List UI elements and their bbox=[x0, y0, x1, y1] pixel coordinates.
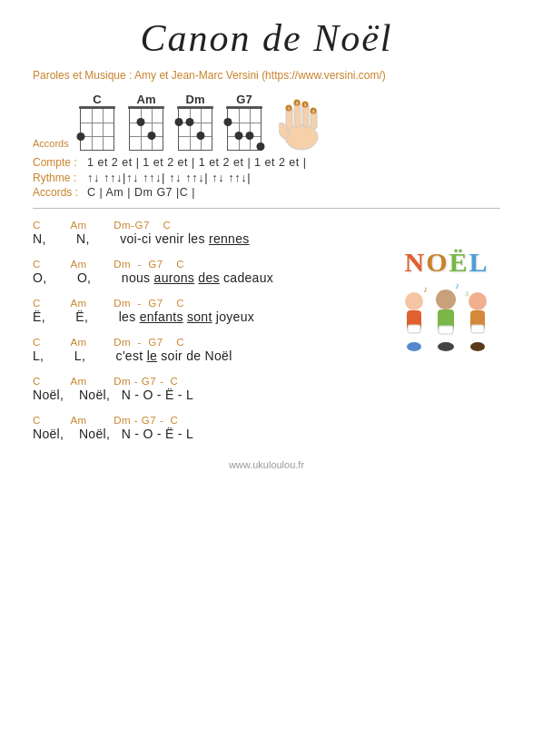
verse-6: C Am Dm - G7 - C Noël, Noël, N - O - Ë -… bbox=[33, 415, 500, 441]
verses-section: N O Ë L bbox=[33, 220, 500, 441]
chord-dm: Dm bbox=[178, 93, 212, 151]
verse-1-chords: C Am Dm-G7 C bbox=[33, 220, 500, 231]
verse-3-chords: C Am Dm - G7 C bbox=[33, 298, 500, 309]
footer: www.ukuloulou.fr bbox=[33, 459, 500, 470]
page-title: Canon de Noël bbox=[33, 16, 500, 60]
verse-5-chords: C Am Dm - G7 - C bbox=[33, 376, 500, 387]
chord-am: Am bbox=[129, 93, 163, 151]
verse-2-chords: C Am Dm - G7 C bbox=[33, 259, 500, 270]
verse-3-lyrics: Ë, Ë, les enfants sont joyeux bbox=[33, 309, 500, 324]
verse-4: C Am Dm - G7 C L, L, c'est le soir de No… bbox=[33, 337, 500, 363]
verse-2-lyrics: O, O, nous aurons des cadeaux bbox=[33, 270, 500, 285]
hand-diagram: 1 2 3 4 bbox=[276, 96, 326, 151]
section-divider bbox=[33, 208, 500, 209]
rythme-value: ↑↓ ↑↑↓|↑↓ ↑↑↓| ↑↓ ↑↑↓| ↑↓ ↑↑↓| bbox=[87, 171, 251, 184]
chord-c: C bbox=[80, 93, 114, 151]
accords-label: Accords bbox=[33, 138, 69, 149]
verse-2: C Am Dm - G7 C O, O, nous aurons des cad… bbox=[33, 259, 500, 285]
compte-label: Compte : bbox=[33, 156, 87, 169]
verse-4-lyrics: L, L, c'est le soir de Noël bbox=[33, 349, 500, 363]
verse-1: C Am Dm-G7 C N, N, voi-ci venir les renn… bbox=[33, 220, 500, 246]
rythme-label: Rythme : bbox=[33, 172, 87, 184]
svg-text:♫: ♫ bbox=[464, 290, 469, 298]
compte-value: 1 et 2 et | 1 et 2 et | 1 et 2 et | 1 et… bbox=[87, 156, 307, 169]
svg-rect-25 bbox=[471, 325, 484, 333]
chord-g7: G7 bbox=[227, 93, 262, 151]
verse-5: C Am Dm - G7 - C Noël, Noël, N - O - Ë -… bbox=[33, 376, 500, 402]
subtitle: Paroles et Musique : Amy et Jean-Marc Ve… bbox=[33, 69, 500, 82]
accords2-value: C | Am | Dm G7 |C | bbox=[87, 186, 195, 199]
verse-6-lyrics: Noël, Noël, N - O - Ë - L bbox=[33, 427, 500, 441]
svg-text:♪: ♪ bbox=[423, 284, 428, 294]
verse-5-lyrics: Noël, Noël, N - O - Ë - L bbox=[33, 388, 500, 402]
svg-rect-24 bbox=[439, 326, 453, 334]
subtitle-link[interactable]: (https://www.versini.com/) bbox=[262, 69, 386, 82]
verse-4-chords: C Am Dm - G7 C bbox=[33, 337, 500, 348]
verse-1-lyrics: N, N, voi-ci venir les rennes bbox=[33, 231, 500, 246]
accords2-label: Accords : bbox=[33, 186, 87, 199]
verse-3: C Am Dm - G7 C Ë, Ë, les enfants sont jo… bbox=[33, 298, 500, 324]
info-rows: Compte : 1 et 2 et | 1 et 2 et | 1 et 2 … bbox=[33, 156, 500, 199]
verse-6-chords: C Am Dm - G7 - C bbox=[33, 415, 500, 426]
svg-rect-23 bbox=[408, 325, 420, 333]
